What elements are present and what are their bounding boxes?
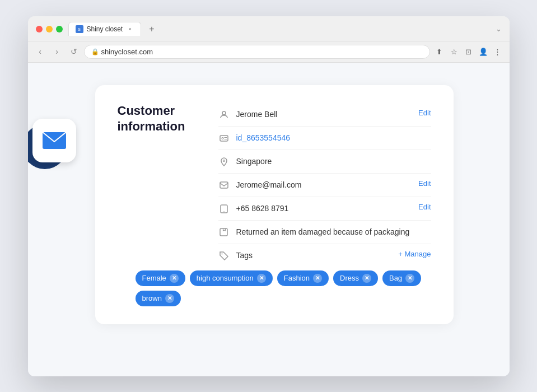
share-icon[interactable]: ⬆ — [433, 45, 446, 58]
mail-icon — [218, 180, 230, 191]
tags-row: Tags + Manage — [218, 244, 431, 265]
tag-female[interactable]: Female ✕ — [136, 270, 185, 286]
name-row: Jerome Bell Edit — [218, 103, 431, 127]
tag-fashion[interactable]: Fashion ✕ — [277, 270, 329, 286]
name-value: Jerome Bell — [236, 109, 412, 120]
person-icon — [218, 109, 230, 120]
tag-bag-remove[interactable]: ✕ — [405, 274, 414, 283]
tab-favicon-icon: S — [76, 25, 83, 33]
location-value: Singapore — [236, 156, 431, 167]
svg-rect-2 — [220, 136, 228, 141]
name-edit-button[interactable]: Edit — [418, 109, 431, 117]
svg-point-3 — [222, 137, 223, 139]
note-value: Returned an item damaged because of pack… — [236, 226, 431, 238]
maximize-window-button[interactable] — [56, 26, 63, 32]
tag-bag[interactable]: Bag ✕ — [382, 270, 421, 286]
email-icon-wrapper — [28, 119, 78, 175]
tag-high-consumption-label: high consumption — [197, 274, 254, 282]
email-envelope-icon — [43, 132, 66, 149]
note-row: Returned an item damaged because of pack… — [218, 221, 431, 244]
location-pin-icon — [218, 156, 230, 167]
phone-icon — [218, 203, 230, 214]
tab-search-icon[interactable]: ⊡ — [463, 45, 475, 58]
customer-info-card: Customer information Jer — [95, 85, 454, 324]
tag-female-remove[interactable]: ✕ — [170, 274, 179, 283]
tag-fashion-remove[interactable]: ✕ — [313, 274, 322, 283]
url-text: shinycloset.com — [101, 48, 153, 56]
tag-brown-remove[interactable]: ✕ — [165, 294, 174, 303]
tags-label: Tags — [236, 250, 392, 262]
minimize-window-button[interactable] — [46, 26, 53, 32]
note-icon — [218, 227, 230, 238]
tag-high-consumption[interactable]: high consumption ✕ — [190, 270, 273, 286]
id-value: id_8653554546 — [236, 132, 431, 144]
tab-bar: S Shiny closet × + ⌄ — [68, 22, 502, 36]
tag-bag-label: Bag — [389, 274, 402, 282]
svg-point-8 — [223, 211, 225, 212]
phone-row: +65 8628 8791 Edit — [218, 197, 431, 221]
traffic-lights — [36, 26, 63, 32]
tag-female-label: Female — [142, 274, 166, 282]
tag-brown[interactable]: brown ✕ — [136, 291, 181, 306]
lock-icon: 🔒 — [91, 48, 98, 55]
card-title-column: Customer information — [118, 103, 196, 265]
svg-point-6 — [223, 160, 225, 161]
svg-rect-9 — [220, 228, 227, 236]
back-button[interactable]: ‹ — [34, 45, 47, 58]
tab-title: Shiny closet — [87, 25, 123, 33]
location-row: Singapore — [218, 150, 431, 174]
address-bar[interactable]: 🔒 shinycloset.com — [84, 45, 430, 59]
phone-value: +65 8628 8791 — [236, 203, 412, 214]
email-row: Jerome@mail.com Edit — [218, 174, 431, 197]
tag-dress[interactable]: Dress ✕ — [333, 270, 378, 286]
manage-tags-button[interactable]: + Manage — [398, 250, 431, 258]
menu-icon[interactable]: ⋮ — [492, 45, 504, 58]
phone-edit-button[interactable]: Edit — [418, 203, 431, 211]
toolbar-actions: ⬆ ☆ ⊡ 👤 ⋮ — [433, 45, 504, 58]
tag-fashion-label: Fashion — [284, 274, 310, 282]
bookmark-icon[interactable]: ☆ — [448, 45, 460, 58]
customer-fields: Jerome Bell Edit i — [218, 103, 431, 265]
browser-window: S Shiny closet × + ⌄ ‹ › ↺ 🔒 shinycloset… — [28, 16, 510, 376]
chevron-down-icon[interactable]: ⌄ — [496, 25, 502, 33]
svg-point-10 — [221, 253, 222, 254]
svg-rect-7 — [220, 182, 228, 188]
email-value: Jerome@mail.com — [236, 179, 412, 191]
email-edit-button[interactable]: Edit — [418, 179, 431, 188]
tag-dress-label: Dress — [340, 274, 359, 282]
section-title: Customer information — [118, 103, 196, 135]
browser-content: Customer information Jer — [28, 63, 510, 376]
tag-brown-label: brown — [142, 294, 162, 302]
profile-icon[interactable]: 👤 — [477, 45, 489, 58]
browser-titlebar: S Shiny closet × + ⌄ — [28, 16, 510, 41]
close-window-button[interactable] — [36, 26, 43, 32]
forward-button[interactable]: › — [50, 45, 64, 58]
tags-icon — [218, 250, 230, 262]
card-layout: Customer information Jer — [118, 103, 431, 265]
reload-button[interactable]: ↺ — [67, 45, 81, 58]
svg-point-1 — [222, 111, 226, 115]
active-tab[interactable]: S Shiny closet × — [68, 22, 142, 36]
tab-close-button[interactable]: × — [126, 25, 134, 33]
id-card-icon — [218, 133, 230, 144]
new-tab-button[interactable]: + — [146, 22, 157, 36]
tag-high-consumption-remove[interactable]: ✕ — [257, 274, 266, 283]
browser-toolbar: ‹ › ↺ 🔒 shinycloset.com ⬆ ☆ ⊡ 👤 ⋮ — [28, 41, 510, 63]
tag-dress-remove[interactable]: ✕ — [362, 274, 371, 283]
email-icon-card — [32, 119, 76, 162]
tags-container: Female ✕ high consumption ✕ Fashion ✕ Dr… — [118, 270, 431, 306]
id-row: id_8653554546 — [218, 127, 431, 150]
